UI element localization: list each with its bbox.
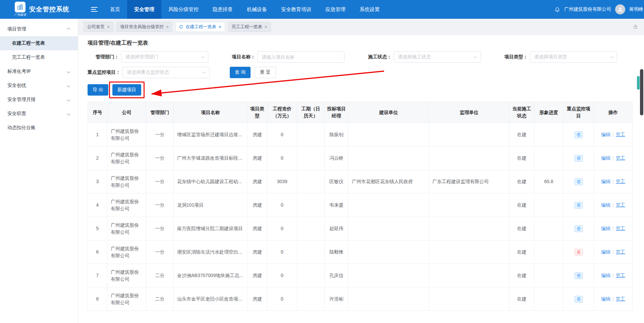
cell-manager: 陆毅锋 — [325, 240, 348, 264]
cell-type: 房建 — [248, 147, 267, 170]
nav-system-settings[interactable]: 系统设置 — [353, 0, 387, 19]
nav-safety-training[interactable]: 安全教育培训 — [274, 0, 318, 19]
sidebar-item-safety-duty[interactable]: 安全职责 — [0, 107, 78, 121]
sidebar-item-inbuild-list[interactable]: 在建工程一览表 — [0, 36, 78, 50]
nav-safety-mgmt[interactable]: 安全管理 — [127, 0, 161, 19]
edit-link[interactable]: 编辑 — [601, 226, 610, 231]
sidebar-item-score-ledger[interactable]: 动态扣分台账 — [0, 121, 78, 135]
new-project-button[interactable]: 新建项目 — [112, 84, 141, 96]
cell-project-name: 潮安区消除生活污水处理空白... — [174, 240, 248, 264]
nav-emergency[interactable]: 应急管理 — [318, 0, 353, 19]
quick-panel-handle[interactable] — [637, 76, 640, 90]
search-button[interactable]: 查 询 — [230, 67, 251, 78]
close-icon[interactable]: × — [218, 24, 221, 29]
nav-machinery[interactable]: 机械设备 — [240, 0, 274, 19]
cell-builder — [348, 194, 429, 217]
cell-project-name: 金沙洲AB3707009地块施工总... — [174, 264, 248, 287]
finish-link[interactable]: 完工 — [616, 132, 625, 137]
finish-link[interactable]: 完工 — [616, 273, 625, 278]
nav-risk-control[interactable]: 风险分级管控 — [161, 0, 206, 19]
type-select[interactable]: 请选择项目类型 — [530, 51, 617, 63]
finish-link[interactable]: 完工 — [616, 226, 625, 231]
close-icon[interactable]: × — [107, 24, 110, 29]
table-row: 2 广州建筑股份有限公司 一分 广州大学城道路改造项目标段... 房建 0 冯云… — [88, 147, 633, 170]
cell-dept: 一分 — [146, 123, 174, 147]
export-button[interactable]: 导 出 — [88, 84, 108, 96]
sidebar-item-monthly-report[interactable]: 安全管理月报 — [0, 93, 78, 107]
table-row: 5 广州建筑股份有限公司 一分 南方医院增城分院二期建设项目 房建 0 赵延伟 … — [88, 217, 633, 240]
edit-link[interactable]: 编辑 — [601, 202, 610, 208]
cell-no: 2 — [88, 147, 107, 170]
edit-link[interactable]: 编辑 — [601, 155, 610, 161]
tab-label: 完工工程一览表 — [232, 24, 262, 30]
cell-no: 7 — [88, 264, 107, 287]
cell-progress — [534, 123, 564, 147]
sidebar-item-label: 项目管理 — [7, 26, 26, 32]
tab-completed-list[interactable]: 完工工程一览表 × — [228, 22, 271, 32]
monitor-badge: 否 — [575, 178, 583, 185]
cell-builder: 广州市花都区花东镇人民政府 — [348, 170, 429, 194]
nav-hazard-check[interactable]: 隐患排查 — [206, 0, 240, 19]
ops-divider: | — [612, 296, 614, 302]
cell-company: 广州建筑股份有限公司 — [107, 170, 146, 194]
close-icon[interactable]: × — [265, 24, 267, 29]
dept-filter-label: 管理部门： — [88, 54, 121, 60]
logo-area: 广州建筑 安全管控系统 — [0, 0, 78, 19]
chevron-down-icon — [203, 70, 206, 73]
cell-status: 在建 — [509, 170, 534, 194]
cell-builder — [348, 217, 429, 240]
sidebar-item-project-mgmt[interactable]: 项目管理 — [0, 22, 78, 36]
project-name-input[interactable] — [257, 51, 344, 63]
type-filter-label: 项目类型： — [496, 54, 530, 60]
cell-cost: 0 — [267, 217, 297, 240]
dept-select[interactable]: 请选择管理部门 — [121, 51, 208, 63]
edit-link[interactable]: 编辑 — [601, 296, 610, 302]
cell-manager: 许浩彬 — [325, 287, 348, 311]
edit-link[interactable]: 编辑 — [601, 179, 610, 184]
cell-company: 广州建筑股份有限公司 — [107, 287, 146, 311]
header-company-name[interactable]: 广州建筑股份有限公司 — [564, 6, 611, 12]
header-user-name[interactable]: 蒋明峰 — [629, 6, 643, 12]
tab-company-home[interactable]: 公司首页 × — [84, 22, 113, 32]
monitor-select[interactable]: 请选择重点监控状态 — [122, 67, 210, 78]
monitor-select-placeholder: 请选择重点监控状态 — [127, 69, 169, 75]
ops-divider: | — [612, 132, 614, 137]
tab-risk-control[interactable]: 项目安全风险分级管控 × — [116, 22, 172, 32]
col-header: 重点监控项目 — [564, 102, 594, 123]
table-row: 1 广州建筑股份有限公司 一分 增城区监管场所迁建项目边坡... 房建 0 陈振… — [88, 123, 633, 147]
bell-icon[interactable] — [554, 7, 560, 12]
status-filter-label: 施工状态： — [360, 54, 394, 60]
tags-view-bar: 公司首页 × 项目安全风险分级管控 × 在建工程一览表 × 完工工程一览表 × — [78, 19, 644, 35]
finish-link[interactable]: 完工 — [616, 202, 625, 208]
table-row: 6 广州建筑股份有限公司 一分 潮安区消除生活污水处理空白... 房建 0 陆毅… — [88, 240, 633, 264]
ops-divider: | — [612, 273, 614, 278]
cell-manager: 陈振钊 — [325, 123, 348, 147]
cell-company: 广州建筑股份有限公司 — [107, 123, 146, 147]
finish-link[interactable]: 完工 — [616, 155, 625, 161]
sidebar-item-standard-eval[interactable]: 标准化考评 — [0, 64, 78, 78]
edit-link[interactable]: 编辑 — [601, 132, 610, 137]
cell-progress — [534, 217, 564, 240]
cell-manager: 区敏仪 — [325, 170, 348, 194]
col-header: 项目名称 — [174, 102, 248, 123]
finish-link[interactable]: 完工 — [616, 179, 625, 184]
edit-link[interactable]: 编辑 — [601, 273, 610, 278]
nav-home[interactable]: 首页 — [103, 0, 127, 19]
tab-inbuild-list[interactable]: 在建工程一览表 × — [175, 22, 225, 32]
finish-link[interactable]: 完工 — [616, 296, 625, 302]
reset-button[interactable]: 重 置 — [255, 67, 276, 78]
status-select[interactable]: 请选择施工状态 — [394, 51, 481, 63]
menu-collapse-icon[interactable] — [91, 7, 98, 12]
sidebar-item-safety-excellence[interactable]: 安全创优 — [0, 78, 78, 93]
close-icon[interactable]: × — [166, 24, 169, 29]
sidebar-item-completed-list[interactable]: 完工工程一览表 — [0, 50, 78, 64]
scrollbar-thumb[interactable] — [640, 69, 643, 115]
refresh-icon[interactable] — [179, 25, 183, 29]
cell-cost: 0 — [267, 147, 297, 170]
avatar[interactable] — [615, 4, 625, 14]
table-row: 4 广州建筑股份有限公司 一分 龙洞101项目 房建 0 韦来盛 在建 否 编辑 — [88, 194, 633, 217]
edit-link[interactable]: 编辑 — [601, 249, 610, 255]
finish-link[interactable]: 完工 — [616, 249, 625, 255]
project-name-label: 项目名称： — [224, 54, 257, 60]
lock-icon[interactable] — [633, 24, 638, 29]
